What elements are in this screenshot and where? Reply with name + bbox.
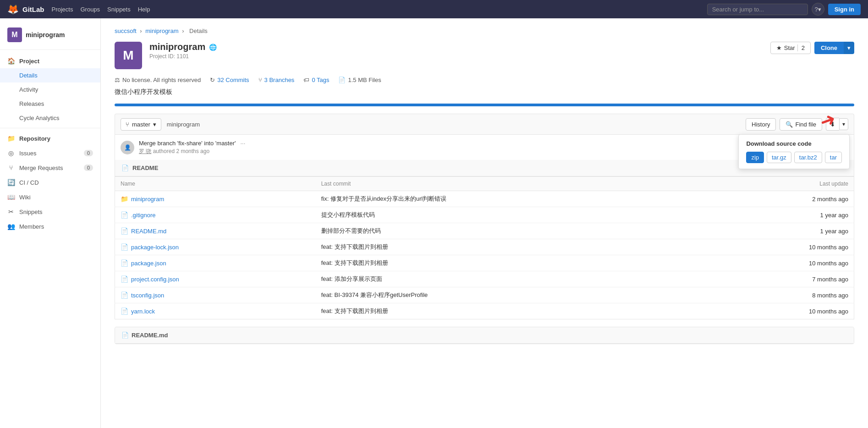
table-row: 📄 project.config.json feat: 添加分享展示页面 7 m… xyxy=(115,271,854,287)
file-icon: 📄 xyxy=(121,243,128,251)
history-button[interactable]: History xyxy=(746,118,776,131)
table-row: 📄 README.md 删掉部分不需要的代码 1 year ago xyxy=(115,223,854,239)
issues-badge: 0 xyxy=(84,150,93,156)
star-icon: ★ xyxy=(776,44,782,51)
gitlab-fox-icon: 🦊 xyxy=(7,4,19,15)
meta-license: ⚖ No license. All rights reserved xyxy=(115,77,201,83)
help-button[interactable]: ?▾ xyxy=(812,3,824,16)
commit-author-link[interactable]: 罗 骁 xyxy=(139,148,151,154)
nav-help[interactable]: Help xyxy=(138,6,150,13)
file-name-cell: 📄 project.config.json xyxy=(115,271,316,287)
nav-groups[interactable]: Groups xyxy=(80,6,100,13)
file-name-link[interactable]: 📄 package.json xyxy=(121,259,310,267)
file-toolbar: ⑂ master ▾ miniprogram History 🔍 Find fi… xyxy=(115,114,854,134)
file-name-link[interactable]: 📄 package-lock.json xyxy=(121,243,310,251)
clone-button[interactable]: Clone xyxy=(814,42,844,54)
table-row: 📄 tsconfig.json feat: BI-39374 兼容小程序getU… xyxy=(115,287,854,303)
branch-selector[interactable]: ⑂ master ▾ xyxy=(121,118,161,131)
file-name-link[interactable]: 📄 yarn.lock xyxy=(121,307,310,315)
sidebar-item-wiki[interactable]: 📖 Wiki xyxy=(0,190,100,204)
readme-bottom-icon: 📄 xyxy=(121,332,129,339)
license-icon: ⚖ xyxy=(115,77,120,83)
readme-label: README xyxy=(132,165,158,171)
brand-logo[interactable]: 🦊 GitLab xyxy=(7,4,44,15)
merge-requests-icon: ⑂ xyxy=(7,164,15,171)
file-name-cell: 📁 miniprogram xyxy=(115,191,316,207)
download-tar-gz-button[interactable]: tar.gz xyxy=(767,152,791,163)
sidebar-item-releases[interactable]: Releases xyxy=(0,97,100,111)
readme-bottom-label: README.md xyxy=(132,332,168,339)
file-name-cell: 📄 README.md xyxy=(115,223,316,239)
file-name-text: project.config.json xyxy=(131,276,179,283)
tags-link[interactable]: 0 Tags xyxy=(312,77,329,83)
file-commit-cell: feat: 支持下载图片到相册 xyxy=(316,239,709,255)
sidebar: M miniprogram 🏠 Project Details Activity… xyxy=(0,18,101,428)
top-navigation: 🦊 GitLab Projects Groups Snippets Help ?… xyxy=(0,0,868,18)
files-icon: 📄 xyxy=(338,77,346,83)
file-name-text: yarn.lock xyxy=(131,308,155,315)
sidebar-item-repository[interactable]: 📁 Repository xyxy=(0,131,100,146)
download-tar-button[interactable]: tar xyxy=(825,152,842,163)
file-name-link[interactable]: 📄 .gitignore xyxy=(121,211,310,219)
commits-link[interactable]: 32 Commits xyxy=(217,77,249,83)
download-zip-button[interactable]: zip xyxy=(746,152,764,163)
file-icon: 📄 xyxy=(121,259,128,267)
visibility-icon: 🌐 xyxy=(209,44,217,51)
top-nav-links: Projects Groups Snippets Help xyxy=(52,6,150,13)
file-time-cell: 1 year ago xyxy=(708,223,854,239)
table-row: 📄 package-lock.json feat: 支持下载图片到相册 10 m… xyxy=(115,239,854,255)
file-icon: 📄 xyxy=(121,307,128,315)
file-name-link[interactable]: 📄 project.config.json xyxy=(121,275,310,283)
breadcrumb-miniprogram[interactable]: miniprogram xyxy=(145,27,178,34)
search-area: ?▾ Sign in xyxy=(707,3,861,16)
sidebar-project-avatar: M xyxy=(7,27,22,42)
sidebar-item-merge-requests[interactable]: ⑂ Merge Requests 0 xyxy=(0,160,100,175)
file-name-cell: 📄 yarn.lock xyxy=(115,303,316,319)
star-button[interactable]: ★ Star 2 xyxy=(770,42,811,54)
file-time-cell: 8 months ago xyxy=(708,287,854,303)
download-tar-bz2-button[interactable]: tar.bz2 xyxy=(794,152,822,163)
nav-snippets[interactable]: Snippets xyxy=(107,6,131,13)
file-commit-cell: 提交小程序模板代码 xyxy=(316,207,709,223)
find-file-button[interactable]: 🔍 Find file xyxy=(780,118,822,131)
breadcrumb-succsoft[interactable]: succsoft xyxy=(115,27,137,34)
progress-bar xyxy=(115,104,854,106)
sidebar-item-details[interactable]: Details xyxy=(0,68,100,82)
sidebar-item-ci-cd[interactable]: 🔄 CI / CD xyxy=(0,175,100,190)
download-dropdown-button[interactable]: ▾ xyxy=(839,118,848,130)
file-name-cell: 📄 package-lock.json xyxy=(115,239,316,255)
sidebar-item-issues[interactable]: ◎ Issues 0 xyxy=(0,146,100,160)
branch-chevron-icon: ▾ xyxy=(153,121,156,128)
commit-time: authored 2 months ago xyxy=(153,148,209,154)
sidebar-item-members[interactable]: 👥 Members xyxy=(0,219,100,234)
clone-dropdown-button[interactable]: ▾ xyxy=(844,42,854,54)
file-time-cell: 10 months ago xyxy=(708,303,854,319)
sidebar-item-activity[interactable]: Activity xyxy=(0,82,100,97)
sidebar-divider xyxy=(0,128,100,128)
branches-link[interactable]: 3 Branches xyxy=(264,77,295,83)
nav-projects[interactable]: Projects xyxy=(52,6,73,13)
download-dropdown-title: Download source code xyxy=(746,140,842,147)
download-button-group: ⬇ ▾ xyxy=(826,118,848,131)
project-id: Project ID: 1101 xyxy=(149,53,770,60)
download-main-button[interactable]: ⬇ xyxy=(826,118,839,131)
file-time-cell: 10 months ago xyxy=(708,255,854,271)
sidebar-item-project[interactable]: 🏠 Project xyxy=(0,54,100,68)
signin-button[interactable]: Sign in xyxy=(828,4,861,15)
file-name-text: .gitignore xyxy=(131,212,155,219)
page-layout: M miniprogram 🏠 Project Details Activity… xyxy=(0,18,868,428)
file-time-cell: 1 year ago xyxy=(708,207,854,223)
branches-icon: ⑂ xyxy=(258,77,262,83)
commit-author-avatar: 👤 xyxy=(121,141,134,154)
commit-dots[interactable]: ··· xyxy=(240,140,245,147)
sidebar-item-cycle-analytics[interactable]: Cycle Analytics xyxy=(0,111,100,125)
sidebar-item-snippets[interactable]: ✂ Snippets xyxy=(0,204,100,219)
file-name-link[interactable]: 📄 README.md xyxy=(121,227,310,235)
file-name-cell: 📄 .gitignore xyxy=(115,207,316,223)
search-input[interactable] xyxy=(707,4,808,15)
file-name-link[interactable]: 📄 tsconfig.json xyxy=(121,291,310,299)
table-row: 📄 yarn.lock feat: 支持下载图片到相册 10 months ag… xyxy=(115,303,854,319)
meta-files: 📄 1.5 MB Files xyxy=(338,77,381,83)
readme-file-icon: 📄 xyxy=(121,165,129,171)
file-name-link[interactable]: 📁 miniprogram xyxy=(121,195,310,203)
